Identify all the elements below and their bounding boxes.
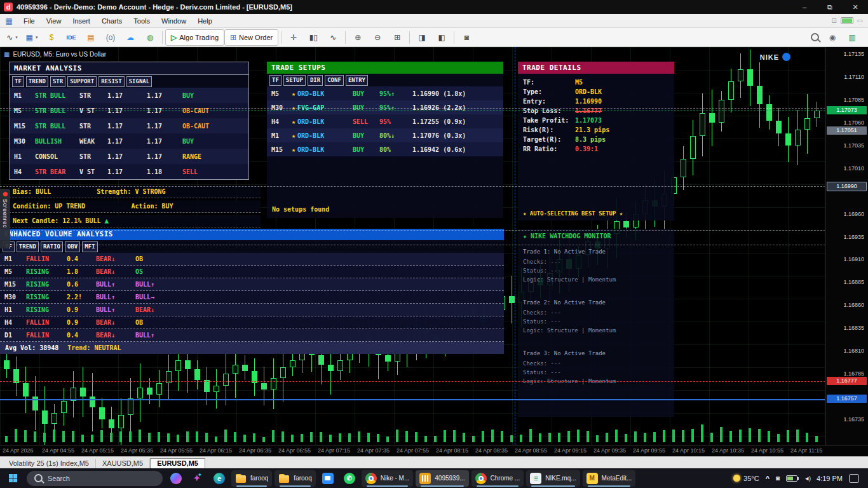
- detail-label: Type:: [523, 88, 575, 95]
- mql-script-button[interactable]: $: [42, 30, 61, 45]
- taskbar-whatsapp[interactable]: [340, 470, 359, 487]
- tray-overflow-chevron-icon[interactable]: ^: [766, 475, 770, 482]
- menu-view[interactable]: View: [41, 14, 67, 27]
- candle-body: [4, 360, 10, 369]
- cloud-button-icon: ☁: [126, 33, 134, 42]
- volume-bar: [367, 433, 370, 442]
- algo-trading-button[interactable]: ▷ Algo Trading: [165, 29, 224, 46]
- price-badge-bid: 1.17051: [827, 126, 867, 135]
- screenrec-overlay[interactable]: Screenrec: [0, 189, 10, 248]
- tile-windows-button[interactable]: ⊞: [388, 30, 407, 45]
- price-scale-label: 1.16885: [843, 279, 864, 285]
- weather-widget[interactable]: 35°C: [733, 475, 759, 482]
- taskbar-edge[interactable]: [210, 470, 229, 487]
- candle-body: [280, 367, 286, 378]
- signals-button[interactable]: (ο): [101, 30, 120, 45]
- minimize-button[interactable]: –: [792, 0, 817, 14]
- candle-body: [785, 133, 791, 146]
- volume-icon[interactable]: ◄): [804, 475, 810, 482]
- taskbar-sparkles[interactable]: [188, 470, 207, 487]
- detail-field: Target(R):8.3 pips: [518, 135, 674, 144]
- taskbar-search[interactable]: Search: [27, 471, 163, 486]
- volume-bar: [186, 431, 189, 442]
- screen-capture-icon[interactable]: ◙: [776, 475, 780, 482]
- volume-bar: [520, 435, 522, 442]
- menu-tools[interactable]: Tools: [128, 14, 156, 27]
- time-axis-label: 24 Apr 11:15: [790, 447, 822, 454]
- notification-icon[interactable]: [849, 474, 859, 483]
- chart-plot[interactable]: ▦ EURUSD, M5: Euro vs US Dollar NIKE MAR…: [0, 47, 825, 445]
- ma-str: V ST: [79, 168, 107, 175]
- candle-body: [61, 401, 67, 413]
- market-bricks-button-icon: ▤: [87, 33, 94, 42]
- dock-panel-left-button[interactable]: ◧: [432, 30, 451, 45]
- ts-tf: M5: [271, 90, 292, 97]
- reports-button[interactable]: ▥: [843, 30, 862, 45]
- chart-window-dropdown[interactable]: ▦▾: [22, 30, 41, 45]
- panel-toggle-icon[interactable]: ▭: [857, 17, 863, 24]
- screenshot-button[interactable]: ◙: [457, 30, 476, 45]
- candlestick-chart-button[interactable]: ▮▯: [304, 30, 323, 45]
- taskbar-metaeditor[interactable]: MetaEdit...: [583, 470, 636, 487]
- web-terminal-button[interactable]: ◍: [140, 30, 159, 45]
- price-badge-entry: 1.16990: [827, 182, 867, 191]
- time-axis[interactable]: 24 Apr 202624 Apr 04:5524 Apr 05:1524 Ap…: [0, 445, 868, 457]
- taskbar-copilot[interactable]: [166, 470, 186, 487]
- search-icon[interactable]: [811, 33, 819, 41]
- ide-button[interactable]: IDE: [62, 30, 81, 45]
- menu-window[interactable]: Window: [156, 14, 192, 27]
- taskbar-chrome-nike[interactable]: Nike - M...: [362, 470, 414, 487]
- menu-file[interactable]: File: [18, 14, 41, 27]
- algo-trading-label: Algo Trading: [179, 34, 219, 41]
- menu-insert[interactable]: Insert: [67, 14, 96, 27]
- menu-charts[interactable]: Charts: [96, 14, 128, 27]
- price-scale[interactable]: 1.171351.171101.170851.170601.170351.170…: [825, 47, 868, 445]
- zoom-out-button[interactable]: ⊖: [368, 30, 387, 45]
- taskbar-chrome-window[interactable]: Chrome ...: [471, 470, 524, 487]
- close-button[interactable]: ✕: [843, 0, 868, 14]
- taskbar-file-explorer-farooq[interactable]: farooq: [231, 470, 272, 487]
- time-axis-label: 24 Apr 07:55: [397, 447, 429, 454]
- window-state-icon[interactable]: ⊡: [831, 17, 836, 24]
- start-button[interactable]: [4, 470, 23, 487]
- clock[interactable]: 4:19 PM: [817, 475, 843, 482]
- ts-direction: SELL: [353, 118, 379, 125]
- va-tf: H4: [4, 319, 26, 326]
- chart-profile-dropdown[interactable]: ∿▾: [3, 30, 22, 45]
- volume-bar: [253, 433, 255, 442]
- ts-header-entry: ENTRY: [346, 75, 368, 86]
- taskbar-mt5-terminal[interactable]: 4095939...: [416, 470, 468, 487]
- taskbar-nike-mql[interactable]: NIKE.mq...: [526, 470, 580, 487]
- zoom-in-button[interactable]: ⊕: [348, 30, 367, 45]
- volume-bar: [472, 436, 475, 442]
- candle-body: [185, 360, 191, 369]
- volume-bar: [377, 434, 379, 442]
- taskbar-zoom[interactable]: [318, 470, 337, 487]
- line-chart-button[interactable]: ∿: [323, 30, 342, 45]
- chrome-nike-icon: [365, 473, 377, 484]
- chart-tab-1[interactable]: Volatility 25 (1s) Index,M5: [3, 459, 96, 468]
- crosshair-button[interactable]: ✛: [284, 30, 303, 45]
- chart-tab-2[interactable]: XAUUSD,M5: [96, 459, 150, 468]
- ts-entry: 1.16942 (0.6x): [412, 146, 501, 153]
- new-order-button[interactable]: ⊞ New Order: [224, 29, 278, 46]
- cloud-button[interactable]: ☁: [121, 30, 140, 45]
- time-axis-label: 24 Apr 10:55: [751, 447, 783, 454]
- battery-icon[interactable]: [786, 475, 797, 482]
- taskbar-file-explorer-farooq-2[interactable]: farooq: [275, 470, 315, 487]
- dock-panel-right-button[interactable]: ◨: [412, 30, 431, 45]
- market-bricks-button[interactable]: ▤: [81, 30, 100, 45]
- restore-button[interactable]: ⧉: [817, 0, 843, 14]
- candle-body: [337, 360, 343, 371]
- chart-line-take-profit-line: [0, 111, 825, 111]
- account-button[interactable]: ◉: [823, 30, 842, 45]
- chart-tab-3[interactable]: EURUSD,M5: [150, 458, 205, 468]
- line-chart-button-icon: ∿: [330, 33, 336, 42]
- ts-tf: M1: [271, 132, 292, 139]
- volume-bar: [320, 432, 322, 442]
- menu-help[interactable]: Help: [192, 14, 218, 27]
- candle-body: [814, 111, 820, 118]
- candle-body: [271, 378, 276, 389]
- time-axis-label: 24 Apr 10:35: [712, 447, 744, 454]
- table-row: M5RISING1.8BEAR↓OS: [0, 266, 504, 278]
